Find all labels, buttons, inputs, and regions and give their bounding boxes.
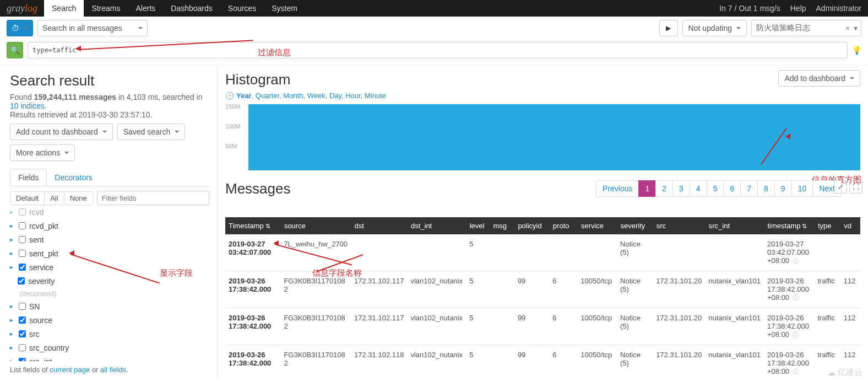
scale-hour[interactable]: Hour [345,92,360,100]
fullscreen-icon[interactable]: ⛶ [849,180,862,194]
page-9[interactable]: 9 [774,180,792,197]
table-row[interactable]: 2019-03-26 17:38:42.000FG3K0B3I1170108 2… [225,345,860,379]
bulb-icon[interactable]: 💡 [852,46,861,55]
tab-fields[interactable]: Fields [10,169,47,186]
col-dst_int[interactable]: dst_int [407,217,466,234]
col-src_int[interactable]: src_int [705,217,764,234]
field-checkbox[interactable] [19,264,26,271]
page-6[interactable]: 6 [723,180,741,197]
page-8[interactable]: 8 [757,180,775,197]
col-level[interactable]: level [466,217,490,234]
field-item[interactable]: ▸src_country [10,341,205,355]
page-3[interactable]: 3 [672,180,690,197]
page-5[interactable]: 5 [707,180,724,197]
field-item[interactable]: ▸rcvd_pkt [10,219,205,233]
chevron-right-icon[interactable]: ▸ [10,358,13,361]
scale-minute[interactable]: Minute [365,92,386,100]
field-checkbox[interactable] [19,303,26,310]
col-timestamp[interactable]: timestamp ⇅ [764,217,815,234]
field-checkbox[interactable] [19,344,26,351]
fields-none[interactable]: None [64,191,93,205]
col-src[interactable]: src [653,217,705,234]
nav-sources[interactable]: Sources [220,0,264,17]
table-row[interactable]: 2019-03-27 03:42:07.0007L_weihu_hw_27005… [225,234,860,271]
field-checkbox[interactable] [19,222,26,229]
field-checkbox[interactable] [19,330,26,337]
refresh-select[interactable]: Not updating [682,20,747,36]
field-item[interactable]: ▸sent [10,233,205,246]
nav-alerts[interactable]: Alerts [128,0,164,17]
stream-select[interactable]: 防火墙策略日志×▾ [751,20,861,36]
nav-system[interactable]: System [264,0,305,17]
nav-streams[interactable]: Streams [84,0,128,17]
fields-default[interactable]: Default [10,191,45,205]
chevron-right-icon[interactable]: ▸ [10,208,13,216]
scale-year[interactable]: Year [236,92,251,100]
admin-link[interactable]: Administrator [816,4,861,13]
scale-month[interactable]: Month [283,92,303,100]
field-checkbox[interactable] [19,236,26,243]
add-to-dashboard-button[interactable]: Add to dashboard [778,70,860,87]
field-item[interactable]: ▸sent_pkt [10,246,205,260]
col-policyid[interactable]: policyid [514,217,549,234]
field-item[interactable]: ▸SN [10,299,205,313]
scale-week[interactable]: Week [307,92,326,100]
field-checkbox[interactable] [19,250,26,257]
chevron-right-icon[interactable]: ▸ [10,264,13,271]
col-dst[interactable]: dst [351,217,407,234]
field-checkbox[interactable] [18,277,25,285]
scale-quarter[interactable]: Quarter [256,92,279,100]
histogram-bar[interactable] [248,104,860,170]
page-prev[interactable]: Previous [596,180,639,197]
table-row[interactable]: 2019-03-26 17:38:42.000FG3K0B3I1170108 2… [225,308,860,345]
fields-filter-input[interactable] [97,191,209,205]
page-2[interactable]: 2 [655,180,673,197]
chevron-right-icon[interactable]: ▸ [10,344,13,351]
nav-dashboards[interactable]: Dashboards [163,0,220,17]
page-7[interactable]: 7 [740,180,758,197]
field-checkbox[interactable] [19,358,26,361]
saved-search-button[interactable]: Saved search [117,124,186,140]
clear-icon[interactable]: × [845,24,850,33]
col-Timestamp[interactable]: Timestamp ⇅ [225,217,280,234]
col-vd[interactable]: vd [840,217,860,234]
scale-day[interactable]: Day [329,92,341,100]
page-10[interactable]: 10 [791,180,813,197]
col-msg[interactable]: msg [490,217,514,234]
col-type[interactable]: type [815,217,840,234]
current-page-link[interactable]: current page [50,366,90,374]
col-severity[interactable]: severity [617,217,653,234]
col-proto[interactable]: proto [549,217,577,234]
all-fields-link[interactable]: all fields [100,366,126,374]
chevron-right-icon[interactable]: ▸ [10,303,13,310]
run-button[interactable]: ▶ [659,20,678,36]
indices-link[interactable]: 10 indices [10,101,45,110]
chevron-right-icon[interactable]: ▸ [10,222,13,229]
chevron-right-icon[interactable]: ▸ [10,316,13,324]
time-picker-button[interactable]: ⏱ [7,20,33,36]
histogram-chart[interactable]: 150M 100M 50M [225,104,860,170]
field-item[interactable]: ▸src_int [10,355,205,361]
query-input[interactable] [28,42,848,58]
field-item[interactable]: ▸src [10,327,205,341]
nav-search[interactable]: Search [44,0,84,17]
tab-decorators[interactable]: Decorators [46,169,100,186]
page-4[interactable]: 4 [690,180,707,197]
col-source[interactable]: source [280,217,351,234]
chevron-right-icon[interactable]: ▸ [10,330,13,337]
help-link[interactable]: Help [790,4,806,13]
add-count-button[interactable]: Add count to dashboard [10,124,113,140]
range-select[interactable]: Search in all messages [37,20,148,36]
chevron-right-icon[interactable]: ▸ [10,236,13,243]
page-1[interactable]: 1 [638,180,656,197]
col-service[interactable]: service [577,217,617,234]
field-checkbox[interactable] [19,208,26,216]
expand-icon[interactable]: ⤢ [834,180,847,194]
chevron-right-icon[interactable]: ▸ [10,250,13,257]
field-item[interactable]: ▸rcvd [10,208,205,219]
fields-list[interactable]: 显示字段 ▸rcvd▸rcvd_pkt▸sent▸sent_pkt▸servic… [10,208,209,361]
search-button[interactable]: 🔍 [7,42,23,58]
more-actions-button[interactable]: More actions [10,144,75,161]
field-checkbox[interactable] [19,316,26,324]
fields-all[interactable]: All [44,191,64,205]
